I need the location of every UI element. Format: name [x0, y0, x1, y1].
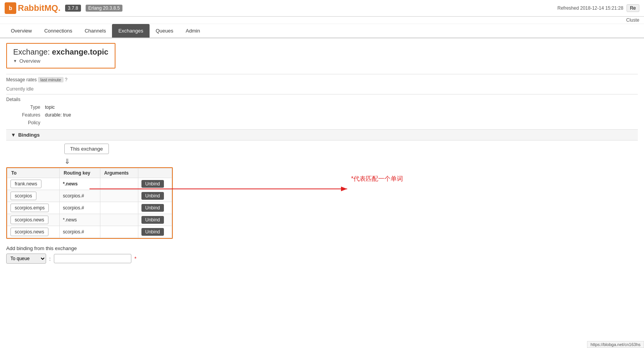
- overview-toggle[interactable]: ▼ Overview: [13, 58, 108, 64]
- binding-to-cell: frank.news: [7, 178, 60, 190]
- type-key: Type: [14, 105, 45, 110]
- bindings-label: Bindings: [18, 132, 40, 138]
- unbind-button[interactable]: Unbind: [141, 228, 164, 236]
- action-cell: Unbind: [138, 202, 172, 214]
- add-binding-section: Add binding from this exchange To queueT…: [6, 245, 638, 264]
- arguments-cell: [100, 214, 138, 226]
- logo: b RabbitMQ.: [5, 2, 60, 14]
- currently-idle: Currently idle: [6, 86, 638, 92]
- this-exchange-button[interactable]: This exchange: [64, 144, 109, 154]
- type-row: Type topic: [14, 105, 638, 110]
- unbind-button[interactable]: Unbind: [141, 192, 164, 200]
- col-arguments: Arguments: [100, 168, 138, 178]
- version-badge: 3.7.8: [65, 5, 81, 12]
- routing-key-cell: scorpios.#: [60, 202, 100, 214]
- type-val: topic: [45, 105, 55, 110]
- binding-to-cell: scorpios.news: [7, 226, 60, 238]
- features-val: durable: true: [45, 112, 71, 118]
- main-nav: Overview Connections Channels Exchanges …: [0, 24, 644, 38]
- action-cell: Unbind: [138, 214, 172, 226]
- bindings-section-header[interactable]: ▼ Bindings: [6, 129, 638, 141]
- top-bar: b RabbitMQ. 3.7.8 Erlang 20.3.8.5 Refres…: [0, 0, 644, 17]
- help-icon[interactable]: ?: [65, 77, 67, 82]
- exchange-title: Exchange: exchange.topic: [13, 48, 108, 57]
- logo-text: RabbitMQ.: [18, 3, 60, 13]
- message-rates-label: Message rates: [6, 77, 37, 82]
- add-binding-label: Add binding from this exchange: [6, 245, 77, 251]
- bindings-box: To Routing key Arguments frank.news*.new…: [6, 167, 173, 239]
- table-row: frank.news*.newsUnbind: [7, 178, 172, 190]
- exchange-title-box: Exchange: exchange.topic ▼ Overview: [6, 43, 115, 69]
- to-queue-select[interactable]: To queueTo exchange: [6, 254, 46, 264]
- bindings-arrow-icon: ▼: [11, 132, 16, 138]
- action-cell: Unbind: [138, 226, 172, 238]
- divider-2: [6, 94, 638, 94]
- features-key: Features: [14, 112, 45, 118]
- down-arrow-icon: ⇓: [64, 157, 84, 166]
- action-cell: Unbind: [138, 178, 172, 190]
- table-row: scorpiosscorpios.#Unbind: [7, 190, 172, 202]
- unbind-button[interactable]: Unbind: [141, 204, 164, 212]
- cluster-line: Cluste: [0, 17, 644, 24]
- logo-letter: b: [9, 5, 12, 11]
- nav-overview[interactable]: Overview: [5, 24, 38, 38]
- top-bar-left: b RabbitMQ. 3.7.8 Erlang 20.3.8.5: [5, 2, 122, 14]
- queue-button[interactable]: scorpios.news: [10, 228, 48, 236]
- arguments-cell: [100, 226, 138, 238]
- binding-to-cell: scorpios.news: [7, 214, 60, 226]
- details-label: Details: [6, 97, 638, 102]
- policy-row: Policy: [14, 120, 638, 125]
- nav-connections[interactable]: Connections: [38, 24, 78, 38]
- routing-key-cell: *.news: [60, 178, 100, 190]
- table-row: scorpios.newsscorpios.#Unbind: [7, 226, 172, 238]
- bindings-area: To Routing key Arguments frank.news*.new…: [6, 167, 638, 240]
- nav-queues[interactable]: Queues: [150, 24, 180, 38]
- routing-key-cell: scorpios.#: [60, 226, 100, 238]
- queue-button[interactable]: scorpios.emps: [10, 204, 49, 212]
- refreshed-text: Refreshed 2018-12-14 15:21:28: [558, 5, 623, 11]
- binding-to-cell: scorpios: [7, 190, 60, 202]
- unbind-button[interactable]: Unbind: [141, 180, 164, 188]
- refresh-button[interactable]: Re: [627, 4, 639, 12]
- this-exchange-area: This exchange: [64, 144, 638, 156]
- table-row: scorpios.empsscorpios.#Unbind: [7, 202, 172, 214]
- policy-key: Policy: [14, 120, 45, 125]
- nav-channels[interactable]: Channels: [78, 24, 112, 38]
- nav-admin[interactable]: Admin: [179, 24, 206, 38]
- add-binding-row: To queueTo exchange : *: [6, 254, 638, 264]
- details-table: Type topic Features durable: true Policy: [14, 105, 638, 125]
- queue-button[interactable]: frank.news: [10, 180, 41, 188]
- message-rates-section: Message rates last minute ?: [6, 77, 638, 82]
- arguments-cell: [100, 202, 138, 214]
- erlang-badge: Erlang 20.3.8.5: [86, 5, 122, 12]
- top-bar-right: Refreshed 2018-12-14 15:21:28 Re: [558, 4, 639, 12]
- arguments-cell: [100, 178, 138, 190]
- table-row: scorpios.news*.newsUnbind: [7, 214, 172, 226]
- action-cell: Unbind: [138, 190, 172, 202]
- required-star: *: [134, 255, 136, 262]
- nav-exchanges[interactable]: Exchanges: [112, 24, 149, 38]
- binding-to-cell: scorpios.emps: [7, 202, 60, 214]
- annotation-text: *代表匹配一个单词: [351, 175, 403, 183]
- unbind-button[interactable]: Unbind: [141, 216, 164, 224]
- last-minute-badge[interactable]: last minute: [38, 77, 63, 82]
- routing-key-cell: *.news: [60, 214, 100, 226]
- divider-1: [6, 74, 638, 74]
- logo-icon: b: [5, 2, 16, 14]
- routing-key-cell: scorpios.#: [60, 190, 100, 202]
- features-row: Features durable: true: [14, 112, 638, 118]
- colon-separator: :: [49, 256, 51, 262]
- arguments-cell: [100, 190, 138, 202]
- queue-button[interactable]: scorpios: [10, 192, 36, 200]
- overview-arrow-icon: ▼: [13, 59, 17, 63]
- col-routing-key: Routing key: [60, 168, 100, 178]
- routing-key-input[interactable]: [54, 254, 131, 263]
- col-action: [138, 168, 172, 178]
- col-to: To: [7, 168, 60, 178]
- page-content: Exchange: exchange.topic ▼ Overview Mess…: [0, 38, 644, 271]
- queue-button[interactable]: scorpios.news: [10, 216, 48, 224]
- bindings-table: To Routing key Arguments frank.news*.new…: [7, 168, 172, 238]
